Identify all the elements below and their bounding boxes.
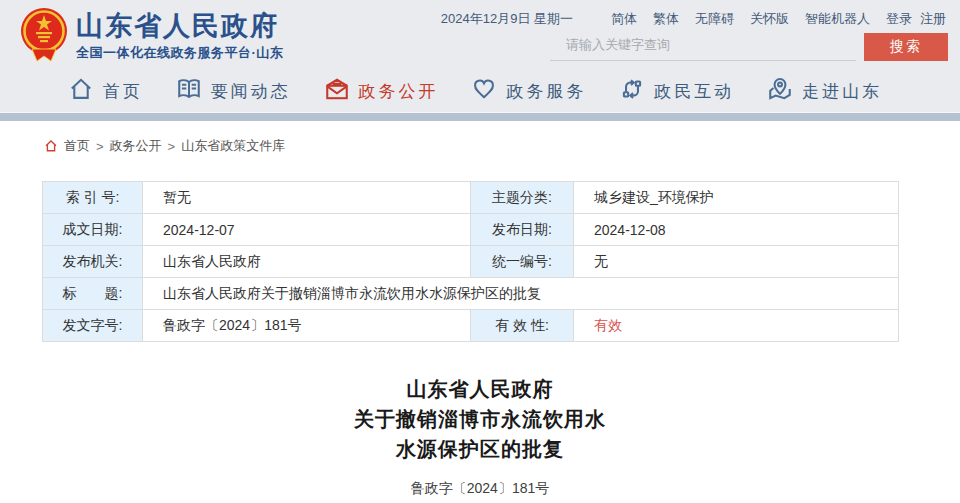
search-button[interactable]: 搜索 (864, 33, 948, 61)
table-row: 发布机关: 山东省人民政府 统一编号: 无 (43, 246, 899, 278)
meta-label-topic: 主题分类: (471, 182, 574, 214)
document-title-line-3: 水源保护区的批复 (0, 434, 960, 464)
document-meta-table: 索 引 号: 暂无 主题分类: 城乡建设_环境保护 成文日期: 2024-12-… (42, 181, 899, 342)
meta-label-publish-date: 发布日期: (471, 214, 574, 246)
document-title-line-2: 关于撤销淄博市永流饮用水 (0, 404, 960, 434)
nav-label: 要闻动态 (211, 80, 291, 103)
mail-icon (324, 76, 350, 107)
document-title-line-1: 山东省人民政府 (0, 374, 960, 404)
nav-item-interaction[interactable]: 政民互动 (619, 76, 734, 107)
meta-value-publish-date: 2024-12-08 (574, 214, 899, 246)
nav-item-about-shandong[interactable]: 走进山东 (767, 76, 882, 107)
link-login[interactable]: 登录 (886, 10, 912, 28)
breadcrumb-item-gov-info[interactable]: 政务公开 (110, 137, 162, 155)
table-row: 标 题: 山东省人民政府关于撤销淄博市永流饮用水水源保护区的批复 (43, 278, 899, 310)
breadcrumb-home-icon (44, 139, 58, 153)
map-pin-icon (767, 76, 793, 107)
document-body: 山东省人民政府 关于撤销淄博市永流饮用水 水源保护区的批复 鲁政字〔2024〕1… (0, 374, 960, 498)
meta-value-index-no: 暂无 (143, 182, 471, 214)
link-accessibility[interactable]: 无障碍 (695, 10, 734, 28)
table-row: 成文日期: 2024-12-07 发布日期: 2024-12-08 (43, 214, 899, 246)
link-simplified[interactable]: 简体 (611, 10, 637, 28)
main-nav: 首页 要闻动态 政务公开 政务服务 (0, 70, 960, 113)
home-icon (68, 76, 94, 107)
breadcrumb-separator: > (96, 139, 104, 154)
nav-label: 政务公开 (359, 80, 439, 103)
meta-label-title: 标 题: (43, 278, 143, 310)
nav-item-gov-info[interactable]: 政务公开 (324, 76, 439, 107)
nav-label: 政务服务 (506, 80, 586, 103)
meta-label-index-no: 索 引 号: (43, 182, 143, 214)
current-date: 2024年12月9日 星期一 (441, 10, 573, 28)
nav-item-news[interactable]: 要闻动态 (176, 76, 291, 107)
nav-item-gov-services[interactable]: 政务服务 (471, 76, 586, 107)
national-emblem-icon (20, 7, 68, 63)
meta-label-unified-no: 统一编号: (471, 246, 574, 278)
meta-value-written-date: 2024-12-07 (143, 214, 471, 246)
nav-label: 走进山东 (802, 80, 882, 103)
table-row: 索 引 号: 暂无 主题分类: 城乡建设_环境保护 (43, 182, 899, 214)
breadcrumb-separator: > (168, 139, 176, 154)
meta-value-title: 山东省人民政府关于撤销淄博市永流饮用水水源保护区的批复 (143, 278, 899, 310)
link-register[interactable]: 注册 (920, 10, 946, 28)
meta-label-written-date: 成文日期: (43, 214, 143, 246)
nav-label: 政民互动 (654, 80, 734, 103)
breadcrumb-item-policy-library[interactable]: 山东省政策文件库 (181, 137, 285, 155)
breadcrumb-item-home[interactable]: 首页 (64, 137, 90, 155)
utility-bar: 2024年12月9日 星期一 简体 繁体 无障碍 关怀版 智能机器人 登录 注册 (441, 10, 946, 28)
breadcrumb: 首页 > 政务公开 > 山东省政策文件库 (44, 137, 960, 155)
site-title: 山东省人民政府 (76, 11, 283, 41)
divider-strip (0, 113, 960, 121)
chat-arrows-icon (619, 76, 645, 107)
table-row: 发文字号: 鲁政字〔2024〕181号 有 效 性: 有效 (43, 310, 899, 342)
meta-value-unified-no: 无 (574, 246, 899, 278)
book-icon (176, 76, 202, 107)
site-header: 山东省人民政府 全国一体化在线政务服务平台·山东 2024年12月9日 星期一 … (0, 0, 960, 70)
search-bar: 搜索 (550, 33, 948, 61)
site-subtitle: 全国一体化在线政务服务平台·山东 (76, 44, 283, 62)
meta-label-validity: 有 效 性: (471, 310, 574, 342)
meta-value-doc-number: 鲁政字〔2024〕181号 (143, 310, 471, 342)
document-number: 鲁政字〔2024〕181号 (0, 480, 960, 498)
meta-value-issuing-agency: 山东省人民政府 (143, 246, 471, 278)
link-care-version[interactable]: 关怀版 (750, 10, 789, 28)
meta-label-doc-number: 发文字号: (43, 310, 143, 342)
nav-item-home[interactable]: 首页 (68, 76, 143, 107)
meta-value-topic: 城乡建设_环境保护 (574, 182, 899, 214)
meta-label-issuing-agency: 发布机关: (43, 246, 143, 278)
heart-icon (471, 76, 497, 107)
nav-label: 首页 (103, 80, 143, 103)
site-branding: 山东省人民政府 全国一体化在线政务服务平台·山东 (76, 11, 283, 62)
link-smart-robot[interactable]: 智能机器人 (805, 10, 870, 28)
meta-value-validity: 有效 (574, 310, 899, 342)
link-traditional[interactable]: 繁体 (653, 10, 679, 28)
search-input[interactable] (550, 33, 856, 61)
